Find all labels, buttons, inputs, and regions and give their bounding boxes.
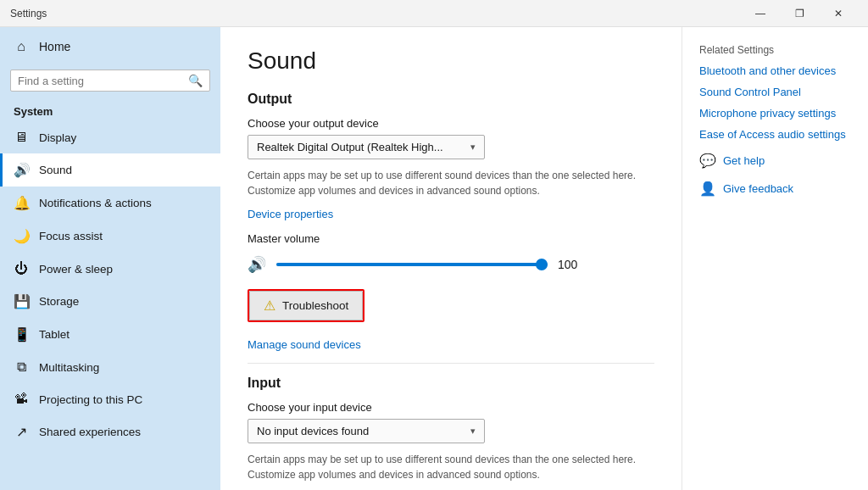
troubleshoot-button[interactable]: ⚠ Troubleshoot xyxy=(249,291,363,320)
sidebar-item-multitasking[interactable]: ⧉ Multitasking xyxy=(0,351,220,383)
sidebar-item-label: Storage xyxy=(39,295,79,308)
related-title: Related Settings xyxy=(699,44,851,56)
volume-value: 100 xyxy=(558,258,585,271)
multitasking-icon: ⧉ xyxy=(14,359,29,375)
sidebar: ⌂ Home 🔍 System 🖥 Display 🔊 Sound 🔔 Noti… xyxy=(0,27,220,490)
output-section-title: Output xyxy=(248,92,654,107)
sidebar-item-label: Sound xyxy=(39,164,72,176)
sidebar-item-label: Power & sleep xyxy=(39,263,113,276)
sidebar-item-sound[interactable]: 🔊 Sound xyxy=(0,153,220,187)
storage-icon: 💾 xyxy=(14,293,29,309)
sidebar-item-label: Focus assist xyxy=(39,230,103,242)
close-button[interactable]: ✕ xyxy=(819,0,858,27)
related-panel: Related Settings Bluetooth and other dev… xyxy=(682,27,868,490)
app-title: Settings xyxy=(10,8,47,19)
sidebar-item-label: Display xyxy=(39,131,76,144)
feedback-icon: 👤 xyxy=(699,181,716,197)
volume-thumb xyxy=(536,259,548,270)
related-link-bluetooth[interactable]: Bluetooth and other devices xyxy=(699,64,851,77)
sidebar-item-label: Projecting to this PC xyxy=(39,393,142,406)
titlebar: Settings — ❐ ✕ xyxy=(0,0,868,27)
search-icon: 🔍 xyxy=(188,74,203,87)
troubleshoot-btn-highlight: ⚠ Troubleshoot xyxy=(248,289,364,322)
maximize-button[interactable]: ❐ xyxy=(780,0,819,27)
sidebar-item-notifications[interactable]: 🔔 Notifications & actions xyxy=(0,187,220,220)
minimize-button[interactable]: — xyxy=(741,0,780,27)
dropdown-chevron-icon: ▾ xyxy=(470,142,476,153)
sidebar-item-label: Shared experiences xyxy=(39,426,141,438)
sidebar-item-label: Multitasking xyxy=(39,361,99,374)
get-help-label: Get help xyxy=(723,154,765,167)
sidebar-item-power[interactable]: ⏻ Power & sleep xyxy=(0,253,220,285)
get-help-row[interactable]: 💬 Get help xyxy=(699,153,851,169)
input-device-value: No input devices found xyxy=(257,425,369,437)
give-feedback-row[interactable]: 👤 Give feedback xyxy=(699,181,851,197)
give-feedback-label: Give feedback xyxy=(723,182,793,195)
sidebar-item-storage[interactable]: 💾 Storage xyxy=(0,285,220,318)
sidebar-section-system: System xyxy=(0,98,220,121)
master-volume-section: Master volume 🔊 100 xyxy=(248,232,654,274)
sidebar-home-label: Home xyxy=(39,40,70,53)
tablet-icon: 📱 xyxy=(14,326,29,342)
home-icon: ⌂ xyxy=(14,39,29,54)
output-device-label: Choose your output device xyxy=(248,117,654,130)
help-icon: 💬 xyxy=(699,153,716,169)
focus-icon: 🌙 xyxy=(14,228,29,244)
output-device-value: Realtek Digital Output (Realtek High... xyxy=(257,141,443,153)
warning-icon: ⚠ xyxy=(264,298,275,314)
input-dropdown-chevron-icon: ▾ xyxy=(470,426,476,437)
sidebar-item-projecting[interactable]: 📽 Projecting to this PC xyxy=(0,383,220,415)
search-input[interactable] xyxy=(18,75,183,87)
search-box[interactable]: 🔍 xyxy=(10,70,210,92)
display-icon: 🖥 xyxy=(14,130,29,145)
device-properties-link[interactable]: Device properties xyxy=(248,208,333,220)
master-volume-label: Master volume xyxy=(248,232,654,245)
sidebar-item-tablet[interactable]: 📱 Tablet xyxy=(0,318,220,351)
volume-row: 🔊 100 xyxy=(248,255,654,274)
related-link-sound-control[interactable]: Sound Control Panel xyxy=(699,86,851,98)
sidebar-item-label: Notifications & actions xyxy=(39,197,152,209)
power-icon: ⏻ xyxy=(14,261,29,276)
sidebar-item-shared[interactable]: ↗ Shared experiences xyxy=(0,415,220,448)
app-body: ⌂ Home 🔍 System 🖥 Display 🔊 Sound 🔔 Noti… xyxy=(0,27,868,490)
output-info-text: Certain apps may be set up to use differ… xyxy=(248,168,654,198)
sidebar-item-display[interactable]: 🖥 Display xyxy=(0,121,220,153)
notifications-icon: 🔔 xyxy=(14,195,29,211)
input-section-title: Input xyxy=(248,376,654,391)
input-device-dropdown[interactable]: No input devices found ▾ xyxy=(248,419,485,443)
shared-icon: ↗ xyxy=(14,424,29,440)
volume-speaker-icon: 🔊 xyxy=(248,255,266,274)
input-info-text: Certain apps may be set up to use differ… xyxy=(248,452,654,482)
volume-fill xyxy=(276,263,548,266)
sidebar-item-home[interactable]: ⌂ Home xyxy=(0,27,220,66)
page-title: Sound xyxy=(248,47,654,75)
input-device-label: Choose your input device xyxy=(248,401,654,414)
manage-sound-devices-link[interactable]: Manage sound devices xyxy=(248,338,361,351)
sound-icon: 🔊 xyxy=(14,162,29,178)
volume-track xyxy=(276,263,548,266)
volume-slider[interactable] xyxy=(276,256,548,273)
sidebar-item-focus[interactable]: 🌙 Focus assist xyxy=(0,220,220,253)
main-content: Sound Output Choose your output device R… xyxy=(220,27,682,490)
related-link-microphone[interactable]: Microphone privacy settings xyxy=(699,107,851,120)
sidebar-item-label: Tablet xyxy=(39,328,70,341)
related-link-ease-of-access[interactable]: Ease of Access audio settings xyxy=(699,128,851,141)
troubleshoot-label: Troubleshoot xyxy=(282,299,348,312)
window-controls: — ❐ ✕ xyxy=(741,0,858,27)
section-divider xyxy=(248,363,654,364)
output-device-dropdown[interactable]: Realtek Digital Output (Realtek High... … xyxy=(248,135,485,159)
projecting-icon: 📽 xyxy=(14,392,29,407)
